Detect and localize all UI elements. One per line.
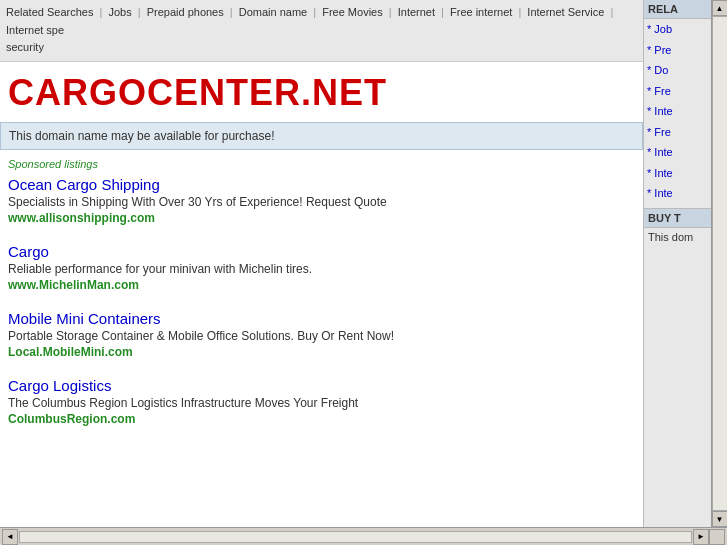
listing-link-1[interactable]: Cargo [8,243,49,260]
sidebar-item-0[interactable]: * Job [644,19,711,40]
separator: | [389,6,392,18]
separator: | [313,6,316,18]
sidebar-item-8[interactable]: * Inte [644,183,711,204]
hscroll-area: ◄ ► [2,529,709,545]
right-scrollbar: ▲ ▼ [711,0,727,527]
sidebar-related-header: RELA [644,0,711,19]
listing-link-2[interactable]: Mobile Mini Containers [8,310,161,327]
listing-desc-1: Reliable performance for your minivan wi… [8,262,635,276]
listing-link-3[interactable]: Cargo Logistics [8,377,111,394]
sidebar-item-2[interactable]: * Do [644,60,711,81]
hscroll-left-button[interactable]: ◄ [2,529,18,545]
hscroll-track[interactable] [19,531,692,543]
nav-free-internet[interactable]: Free internet [450,6,512,18]
scroll-track[interactable] [712,16,728,511]
listings-container: Ocean Cargo Shipping Specialists in Ship… [0,176,643,426]
separator: | [230,6,233,18]
listing-desc-2: Portable Storage Container & Mobile Offi… [8,329,635,343]
main-content: Related Searches | Jobs | Prepaid phones… [0,0,643,527]
sidebar-item-3[interactable]: * Fre [644,81,711,102]
nav-internet[interactable]: Internet [398,6,435,18]
listing-desc-0: Specialists in Shipping With Over 30 Yrs… [8,195,635,209]
listing-2: Mobile Mini Containers Portable Storage … [8,310,635,359]
listing-url-1: www.MichelinMan.com [8,278,635,292]
listing-link-0[interactable]: Ocean Cargo Shipping [8,176,160,193]
sidebar-buy-text: This dom [644,228,711,246]
right-sidebar: RELA * Job * Pre * Do * Fre * Inte * Fre… [643,0,711,527]
separator: | [610,6,613,18]
sidebar-item-6[interactable]: * Inte [644,142,711,163]
nav-internet-spe[interactable]: Internet spe [6,24,64,36]
listing-url-0: www.allisonshipping.com [8,211,635,225]
sponsored-label: Sponsored listings [0,156,643,176]
listing-3: Cargo Logistics The Columbus Region Logi… [8,377,635,426]
separator: | [441,6,444,18]
nav-domain-name[interactable]: Domain name [239,6,307,18]
nav-jobs[interactable]: Jobs [108,6,131,18]
corner-resize-button[interactable] [709,529,725,545]
notice-bar: This domain name may be available for pu… [0,122,643,150]
scroll-up-button[interactable]: ▲ [712,0,728,16]
listing-title-0: Ocean Cargo Shipping [8,176,635,193]
sidebar-item-5[interactable]: * Fre [644,122,711,143]
sidebar-buy-header: BUY T [644,208,711,228]
listing-title-2: Mobile Mini Containers [8,310,635,327]
related-searches-label: Related Searches [6,6,93,18]
sidebar-item-7[interactable]: * Inte [644,163,711,184]
nav-internet-service[interactable]: Internet Service [527,6,604,18]
listing-0: Ocean Cargo Shipping Specialists in Ship… [8,176,635,225]
sidebar-item-4[interactable]: * Inte [644,101,711,122]
separator: | [100,6,103,18]
scroll-down-button[interactable]: ▼ [712,511,728,527]
listing-url-3: ColumbusRegion.com [8,412,635,426]
listing-1: Cargo Reliable performance for your mini… [8,243,635,292]
nav-security[interactable]: security [6,41,44,53]
listing-title-3: Cargo Logistics [8,377,635,394]
bottom-bar: ◄ ► [0,527,727,545]
sidebar-item-1[interactable]: * Pre [644,40,711,61]
site-title: CARGOCENTER.NET [0,62,643,122]
nav-free-movies[interactable]: Free Movies [322,6,383,18]
separator: | [138,6,141,18]
top-nav: Related Searches | Jobs | Prepaid phones… [0,0,643,62]
listing-url-2: Local.MobileMini.com [8,345,635,359]
nav-prepaid-phones[interactable]: Prepaid phones [147,6,224,18]
separator: | [518,6,521,18]
hscroll-right-button[interactable]: ► [693,529,709,545]
listing-title-1: Cargo [8,243,635,260]
listing-desc-3: The Columbus Region Logistics Infrastruc… [8,396,635,410]
